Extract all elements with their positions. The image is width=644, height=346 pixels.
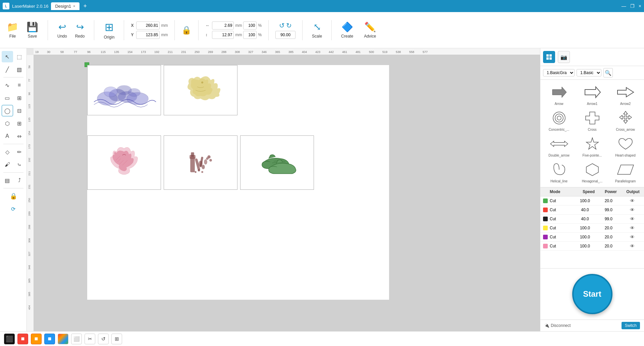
close-button[interactable]: × [639, 3, 641, 9]
refresh-button[interactable]: ↺ [98, 334, 109, 344]
loading-button[interactable]: ⟳ [8, 203, 19, 215]
frame-yellow-dragon[interactable] [164, 65, 237, 115]
blue-color-button[interactable]: ■ [44, 334, 55, 344]
layer-row-2[interactable]: Cut 40.0 99.0 👁 [540, 215, 644, 224]
layer-color-2[interactable] [543, 217, 548, 221]
design-tab[interactable]: Design1 × [51, 2, 79, 10]
redo-button[interactable]: ↪ Redo [72, 20, 88, 40]
y-input[interactable] [136, 31, 160, 39]
lock-icon[interactable]: 🔒 [181, 25, 192, 35]
shape-item-cross[interactable]: Cross [576, 108, 608, 133]
select-rect-button[interactable]: ⬜ [71, 334, 82, 344]
layer-eye-2[interactable]: 👁 [630, 216, 635, 222]
shape-item-parallelogram[interactable]: Parallelogram [609, 160, 641, 184]
disconnect-button[interactable]: 🔌 Disconnect [544, 323, 571, 328]
shape-item-hexagon[interactable]: Hexagonal_... [576, 160, 608, 184]
width-pct-input[interactable] [243, 21, 257, 30]
shape-item-helical[interactable]: Helical_line [543, 160, 575, 184]
layer-row-4[interactable]: Cut 100.0 20.0 👁 [540, 233, 644, 242]
lock-layer-button[interactable]: 🔒 [8, 190, 19, 202]
category-dropdown[interactable]: 1.BasicGra [543, 69, 575, 76]
layer-eye-5[interactable]: 👁 [630, 243, 635, 249]
camera-lib-btn[interactable]: 📷 [558, 51, 570, 63]
shape-item-star5[interactable]: Five-pointe... [576, 134, 608, 159]
edit-tool-button[interactable]: ✏ [14, 146, 25, 158]
layer-eye-4[interactable]: 👁 [630, 234, 635, 240]
shape-item-concentric[interactable]: Concentric_... [543, 108, 575, 133]
rotate-cw-button[interactable]: ↻ [286, 21, 292, 30]
black-color-button[interactable]: ⬛ [4, 334, 15, 344]
paint-tool-button[interactable]: 🖌 [2, 159, 13, 170]
bezier-tool-button[interactable]: ⤷ [14, 159, 25, 170]
canvas-area[interactable]: 19 30 58 77 96 115 135 154 173 192 211 2… [27, 48, 540, 331]
width-input[interactable] [212, 21, 234, 30]
frame-green-shoes[interactable] [240, 135, 314, 190]
layer-tool-button[interactable]: ▧ [14, 64, 25, 75]
align-tool-button[interactable]: ≡ [14, 79, 25, 91]
mirror-tool-button[interactable]: ⇔ [14, 130, 25, 142]
crop-button[interactable]: ✂ [85, 334, 95, 344]
restore-button[interactable]: ❐ [630, 3, 635, 9]
path-tool-button[interactable]: ⤴ [14, 175, 25, 186]
origin-button[interactable]: ⊞ Origin [101, 19, 117, 41]
shape-item-arrow2[interactable]: Arrow2 [609, 82, 641, 107]
undo-button[interactable]: ↩ Undo [55, 20, 70, 40]
layer-color-4[interactable] [543, 235, 548, 239]
height-input[interactable] [212, 31, 234, 39]
red-color-button[interactable]: ■ [17, 334, 28, 344]
grid-view-button[interactable]: ⊞ [111, 334, 122, 344]
search-shapes-button[interactable]: 🔍 [603, 68, 613, 77]
grid2-tool-button[interactable]: ⊞ [14, 92, 25, 104]
line-tool-button[interactable]: ╱ [2, 64, 13, 75]
layer-eye-3[interactable]: 👁 [630, 225, 635, 231]
shape-item-double-arrow[interactable]: Double_arrow [543, 134, 575, 159]
fill-tool-button[interactable]: ◇ [2, 146, 13, 158]
tab-close-icon[interactable]: × [73, 4, 75, 8]
layer-eye-0[interactable]: 👁 [630, 198, 635, 204]
shape-item-arrow[interactable]: Arrow [543, 82, 575, 107]
node-tool-button[interactable]: ⬚ [14, 51, 25, 62]
halign-tool-button[interactable]: ⊟ [14, 105, 25, 116]
minimize-button[interactable]: — [622, 3, 626, 9]
layer-eye-1[interactable]: 👁 [630, 207, 635, 213]
frame-blue-floral[interactable] [87, 65, 161, 115]
add-tab-button[interactable]: + [84, 3, 87, 10]
layer-row-1[interactable]: Cut 40.0 99.0 👁 [540, 206, 644, 215]
create-button[interactable]: 🔷 Create [338, 20, 356, 40]
switch-button[interactable]: Switch [622, 322, 640, 329]
shape-item-arrow1[interactable]: Arrow1 [576, 82, 608, 107]
shape-item-cross-arrow[interactable]: Cross_arrow [609, 108, 641, 133]
rect-tool-button[interactable]: ▭ [2, 92, 13, 104]
multi-color-button[interactable]: ▦ [58, 334, 68, 344]
subcategory-dropdown[interactable]: 1.Basic [577, 69, 601, 76]
height-pct-input[interactable] [243, 31, 257, 39]
layer-color-1[interactable] [543, 208, 548, 212]
file-button[interactable]: 📁 File [4, 20, 21, 40]
frame-dark-items[interactable] [164, 135, 237, 190]
table-tool-button[interactable]: ▤ [2, 175, 13, 186]
frame-red-phoenix[interactable] [87, 135, 161, 190]
shape-lib-btn[interactable] [543, 51, 555, 63]
text-tool-button[interactable]: A [2, 130, 13, 142]
layer-color-0[interactable] [543, 198, 548, 203]
save-button[interactable]: 💾 Save [24, 20, 41, 40]
orange-color-button[interactable]: ■ [31, 334, 42, 344]
layer-row-3[interactable]: Cut 100.0 20.0 👁 [540, 224, 644, 233]
layer-row-0[interactable]: Cut 100.0 20.0 👁 [540, 196, 644, 206]
layer-color-3[interactable] [543, 226, 548, 230]
advice-button[interactable]: ✏️ Advice [361, 20, 379, 40]
rotate-ccw-button[interactable]: ↺ [279, 21, 285, 30]
layer-row-5[interactable]: Cut 100.0 20.0 👁 [540, 242, 644, 251]
layer-color-5[interactable] [543, 244, 548, 248]
shape-item-heart[interactable]: Heart-shaped [609, 134, 641, 159]
group-tool-button[interactable]: ⊞ [14, 118, 25, 129]
rotate-input[interactable] [275, 31, 296, 39]
canvas[interactable] [34, 55, 540, 331]
scale-button[interactable]: ⤡ Scale [309, 20, 325, 40]
select-tool-button[interactable]: ↖ [2, 51, 13, 62]
ellipse-tool-button[interactable]: ◯ [2, 105, 13, 116]
poly-tool-button[interactable]: ⬡ [2, 118, 13, 129]
curve-tool-button[interactable]: ∿ [2, 79, 13, 91]
start-button[interactable]: Start [572, 274, 612, 314]
x-input[interactable] [136, 21, 160, 30]
